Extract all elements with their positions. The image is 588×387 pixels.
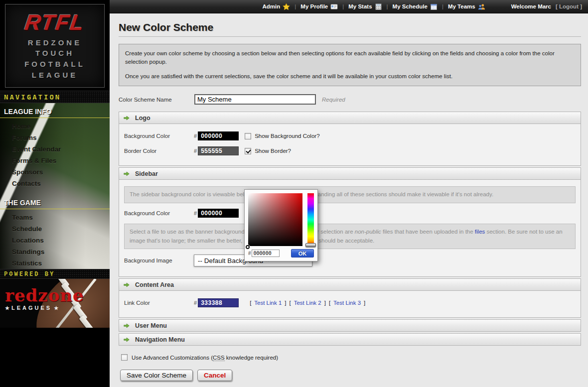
cancel-button[interactable]: Cancel bbox=[197, 370, 232, 381]
show-bg-color-checkbox[interactable] bbox=[245, 133, 251, 139]
saturation-value-square[interactable] bbox=[248, 193, 302, 246]
link-color-swatch[interactable]: 333388 bbox=[198, 298, 239, 307]
logout-link[interactable]: [ Logout ] bbox=[556, 3, 582, 9]
section-navigation-menu: Navigation Menu bbox=[119, 333, 581, 346]
section-content-area-body: Link Color # 333388 [Test Link 1] [Test … bbox=[119, 291, 581, 318]
logo-bg-color-swatch[interactable]: 000000 bbox=[198, 131, 239, 140]
link-color-label: Link Color bbox=[124, 300, 194, 306]
section-logo-header[interactable]: Logo bbox=[119, 112, 581, 124]
menu-separator: | bbox=[442, 3, 443, 9]
sidebar-item-contacts[interactable]: Contacts bbox=[0, 178, 110, 189]
menu-item-my-profile-label: My Profile bbox=[300, 3, 328, 9]
menu-item-my-stats[interactable]: My Stats bbox=[348, 3, 382, 10]
sidebar-item-forums[interactable]: Forums bbox=[0, 132, 110, 143]
intro-paragraph-2: Once you are satisfied with the current … bbox=[125, 72, 575, 81]
ok-button[interactable]: OK bbox=[291, 249, 314, 258]
sidebar-item-standings[interactable]: Standings bbox=[0, 246, 110, 258]
navigation-banner: NAVIGATION bbox=[0, 91, 110, 103]
scheme-name-input[interactable] bbox=[194, 94, 316, 105]
league-logo-line: TOUCH bbox=[35, 48, 74, 59]
sidebar-nav: LEAGUE INFO Home Forums Event Calendar F… bbox=[0, 103, 110, 269]
bracket: ] bbox=[364, 300, 365, 306]
sidebar-item-schedule[interactable]: Schedule bbox=[0, 223, 110, 235]
section-logo: Logo Background Color # 000000 Show Back… bbox=[119, 112, 581, 166]
sidebar-item-event-calendar[interactable]: Event Calendar bbox=[0, 143, 110, 155]
welcome-user-label: Welcome Marc bbox=[511, 3, 551, 9]
vcard-icon bbox=[330, 3, 338, 10]
menu-item-my-teams[interactable]: My Teams bbox=[448, 3, 485, 10]
menu-item-my-stats-label: My Stats bbox=[348, 3, 372, 9]
arrow-right-icon bbox=[123, 170, 130, 177]
bracket: [ bbox=[250, 300, 251, 306]
redzone-brand-sub-label: LEAGUES bbox=[11, 305, 52, 311]
menu-item-my-profile[interactable]: My Profile bbox=[300, 3, 338, 10]
advanced-customizations-checkbox[interactable] bbox=[121, 354, 128, 361]
show-border-label: Show Border? bbox=[255, 148, 291, 154]
hue-slider-handle[interactable] bbox=[305, 243, 316, 247]
title-divider bbox=[119, 36, 581, 37]
test-links: [Test Link 1] [Test Link 2] [Test Link 3… bbox=[250, 300, 365, 306]
page-title: New Color Scheme bbox=[119, 21, 581, 33]
color-selection-marker[interactable] bbox=[246, 245, 250, 249]
bg-image-label: Background Image bbox=[124, 258, 194, 263]
star-glyph: ★ bbox=[54, 305, 58, 311]
banner-image-note: Select a file to use as the banner backg… bbox=[124, 224, 576, 250]
color-picker-footer: # OK bbox=[248, 249, 314, 258]
sidebar-item-teams[interactable]: Teams bbox=[0, 212, 110, 223]
logo-border-color-swatch[interactable]: 555555 bbox=[198, 146, 239, 155]
bracket: ] bbox=[324, 300, 326, 306]
test-link-1[interactable]: Test Link 1 bbox=[254, 300, 282, 306]
menu-item-my-teams-label: My Teams bbox=[448, 3, 475, 9]
banner-note-text: files that have been uploaded in the bbox=[381, 229, 475, 235]
scheme-name-label: Color Scheme Name bbox=[119, 97, 194, 103]
show-border-checkbox[interactable] bbox=[245, 148, 251, 154]
arrow-right-icon bbox=[123, 281, 130, 288]
sidebar-item-home[interactable]: Home bbox=[0, 121, 110, 132]
arrow-right-icon bbox=[123, 115, 130, 122]
sidebar-item-locations[interactable]: Locations bbox=[0, 235, 110, 246]
redzone-brand-name: redzone bbox=[5, 287, 84, 304]
section-navigation-menu-header[interactable]: Navigation Menu bbox=[119, 333, 581, 346]
sidebar-item-forms-files[interactable]: Forms & Files bbox=[0, 155, 110, 166]
css-abbr: CSS bbox=[213, 355, 225, 361]
menu-item-my-schedule[interactable]: My Schedule bbox=[393, 3, 438, 10]
star-icon bbox=[283, 3, 290, 10]
field-row: Background Color # 000000 bbox=[124, 209, 576, 218]
welcome-area: Welcome Marc [ Logout ] bbox=[511, 3, 582, 9]
league-logo-line: FOOTBALL bbox=[24, 59, 85, 70]
menu-item-admin-label: Admin bbox=[263, 3, 281, 9]
hex-color-input[interactable] bbox=[252, 250, 280, 257]
intro-infobox: Create your own color scheme by choosing… bbox=[119, 44, 581, 86]
sidebar-item-sponsors[interactable]: Sponsors bbox=[0, 166, 110, 178]
menu-item-my-schedule-label: My Schedule bbox=[393, 3, 428, 9]
test-link-3[interactable]: Test Link 3 bbox=[333, 300, 361, 306]
test-link-2[interactable]: Test Link 2 bbox=[294, 300, 321, 306]
section-sidebar-body: The sidebar background color is viewable… bbox=[119, 180, 581, 277]
league-logo-line: REDZONE bbox=[28, 37, 82, 48]
section-content-area-header[interactable]: Content Area bbox=[119, 278, 581, 291]
menu-item-admin[interactable]: Admin bbox=[263, 3, 291, 10]
user-top-bar: Admin | My Profile | My Stats | My Sched… bbox=[110, 0, 588, 13]
save-color-scheme-button[interactable]: Save Color Scheme bbox=[120, 370, 193, 381]
sidebar-item-statistics[interactable]: Statistics bbox=[0, 258, 110, 269]
intro-paragraph-1: Create your own color scheme by choosing… bbox=[125, 49, 575, 66]
group-icon bbox=[478, 3, 485, 10]
field-row: Background Color # 000000 Show Backgroun… bbox=[124, 131, 576, 140]
banner-note-emphasis: non-public bbox=[355, 229, 381, 235]
form-actions: Save Color Scheme Cancel bbox=[120, 370, 581, 381]
sidebar-bg-color-swatch[interactable]: 000000 bbox=[198, 209, 239, 218]
advanced-customizations-label: Use Advanced Customizations (CSS knowled… bbox=[132, 355, 278, 361]
section-user-menu-header[interactable]: User Menu bbox=[119, 319, 581, 332]
redzone-leagues-logo: redzone ★ LEAGUES ★ bbox=[0, 279, 110, 328]
files-link[interactable]: files bbox=[475, 229, 485, 235]
section-sidebar-title: Sidebar bbox=[135, 170, 158, 177]
section-sidebar: Sidebar The sidebar background color is … bbox=[119, 167, 581, 277]
hue-slider[interactable] bbox=[307, 193, 314, 246]
section-sidebar-header[interactable]: Sidebar bbox=[119, 167, 581, 180]
logo-border-color-label: Border Color bbox=[124, 148, 194, 154]
logo-bg-color-label: Background Color bbox=[124, 133, 194, 139]
redzone-brand-sub: ★ LEAGUES ★ bbox=[5, 305, 84, 311]
show-bg-color-label: Show Background Color? bbox=[255, 133, 319, 139]
sidebar-bg-note: The sidebar background color is viewable… bbox=[124, 186, 576, 203]
scheme-name-row: Color Scheme Name Required bbox=[119, 94, 581, 105]
